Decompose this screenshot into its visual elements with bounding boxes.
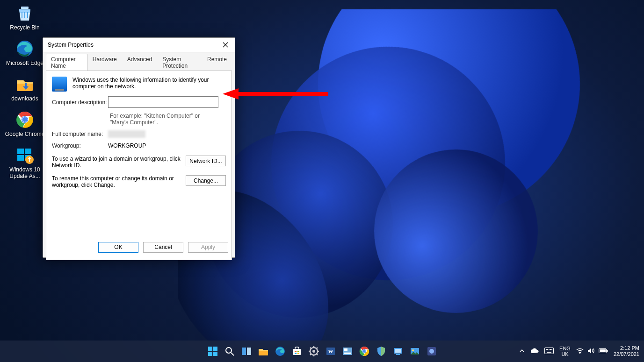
tray-battery[interactable]: [599, 348, 608, 355]
computer-description-hint: For example: "Kitchen Computer" or "Mary…: [110, 113, 217, 126]
app-icon: [427, 346, 437, 356]
edge-button[interactable]: [274, 345, 286, 357]
folder-icon: [15, 75, 34, 93]
edge-icon: [15, 39, 34, 58]
tab-system-protection[interactable]: System Protection: [157, 54, 202, 71]
folder-icon: [258, 346, 268, 356]
svg-point-52: [429, 349, 434, 354]
desktop-icon-chrome[interactable]: Google Chrome: [4, 110, 46, 137]
svg-rect-57: [550, 349, 551, 350]
store-icon: [292, 346, 302, 356]
info-text: Windows uses the following information t…: [72, 77, 226, 90]
lang-bottom: UK: [559, 351, 571, 357]
word-icon: W: [326, 346, 336, 356]
tray-onedrive[interactable]: [530, 348, 539, 355]
svg-point-16: [226, 348, 232, 353]
svg-point-27: [312, 350, 315, 353]
full-computer-name-value: [108, 130, 145, 138]
settings-button[interactable]: [308, 345, 320, 357]
apply-button[interactable]: Apply: [188, 242, 228, 253]
gear-icon: [309, 346, 319, 356]
news-icon: [342, 346, 353, 356]
chrome-button[interactable]: [358, 345, 370, 357]
svg-rect-48: [396, 354, 400, 355]
svg-rect-14: [208, 352, 212, 356]
svg-text:W: W: [328, 348, 333, 354]
svg-rect-13: [213, 347, 217, 351]
dialog-titlebar[interactable]: System Properties: [43, 38, 235, 52]
system-properties-dialog: System Properties Computer Name Hardware…: [43, 37, 235, 258]
keyboard-icon: [544, 348, 554, 354]
svg-rect-23: [297, 351, 299, 352]
svg-rect-53: [545, 348, 554, 354]
desktop-icon-recycle-bin[interactable]: Recycle Bin: [4, 4, 46, 31]
network-id-text: To use a wizard to join a domain or work…: [52, 156, 186, 169]
edge-icon: [275, 346, 285, 356]
svg-line-32: [310, 348, 311, 349]
tab-hardware[interactable]: Hardware: [87, 54, 122, 71]
svg-rect-8: [17, 155, 24, 161]
desktop-icon-label: Google Chrome: [4, 131, 46, 137]
network-id-button[interactable]: Network ID...: [186, 156, 226, 166]
tab-computer-name[interactable]: Computer Name: [46, 54, 87, 71]
desktop-icon-downloads[interactable]: downloads: [4, 75, 46, 102]
tray-clock[interactable]: 2:12 PM 22/07/2021: [614, 345, 639, 357]
taskbar-center: W: [207, 345, 438, 357]
svg-rect-19: [247, 348, 251, 355]
annotation-arrow: [223, 88, 330, 102]
security-button[interactable]: [375, 345, 387, 357]
dialog-tabs: Computer Name Hardware Advanced System P…: [43, 52, 235, 71]
tray-keyboard[interactable]: [544, 348, 554, 355]
svg-point-45: [363, 350, 366, 353]
tray-wifi[interactable]: [576, 348, 584, 355]
wifi-icon: [576, 348, 584, 354]
svg-rect-41: [344, 353, 351, 354]
desktop-icons: Recycle Bin Microsoft Edge downloads Goo…: [4, 4, 46, 188]
cancel-button[interactable]: Cancel: [143, 242, 183, 253]
chevron-up-icon: [519, 348, 525, 354]
svg-rect-40: [344, 352, 351, 353]
start-button[interactable]: [207, 345, 219, 357]
close-button[interactable]: [221, 40, 230, 50]
store-button[interactable]: [291, 345, 303, 357]
taskbar[interactable]: W ENG UK 2:12 PM 22/07/2021: [0, 341, 644, 362]
news-button[interactable]: [341, 345, 354, 357]
desktop-icon-edge[interactable]: Microsoft Edge: [4, 39, 46, 66]
desktop-icon-label: Recycle Bin: [4, 24, 46, 31]
change-button[interactable]: Change...: [186, 175, 226, 186]
svg-rect-0: [21, 7, 29, 9]
svg-rect-22: [295, 351, 297, 352]
computer-description-input[interactable]: [108, 96, 218, 108]
device-button[interactable]: [392, 345, 404, 357]
svg-rect-55: [547, 349, 548, 350]
search-button[interactable]: [224, 345, 236, 357]
svg-rect-58: [551, 349, 552, 350]
svg-line-35: [316, 348, 318, 349]
desktop-icon-update-assistant[interactable]: Windows 10 Update As...: [4, 146, 46, 179]
svg-rect-47: [395, 349, 401, 353]
svg-rect-25: [297, 353, 299, 354]
app-button[interactable]: [426, 345, 438, 357]
search-icon: [224, 346, 235, 356]
battery-icon: [599, 348, 608, 354]
tray-chevron-up[interactable]: [519, 348, 525, 355]
dialog-tab-body: Windows uses the following information t…: [46, 71, 232, 260]
tab-remote[interactable]: Remote: [202, 54, 232, 71]
word-button[interactable]: W: [325, 345, 337, 357]
workgroup-label: Workgroup:: [52, 142, 108, 149]
svg-rect-7: [25, 149, 31, 154]
svg-point-60: [579, 353, 580, 354]
photos-button[interactable]: [409, 345, 421, 357]
tray-language[interactable]: ENG UK: [559, 346, 571, 357]
svg-rect-6: [17, 149, 24, 154]
recycle-bin-icon: [15, 4, 34, 22]
ok-button[interactable]: OK: [98, 242, 138, 253]
svg-rect-39: [344, 348, 347, 351]
desktop-icon-label: Microsoft Edge: [4, 60, 46, 66]
task-view-button[interactable]: [240, 345, 253, 357]
tray-volume[interactable]: [587, 348, 595, 355]
tab-advanced[interactable]: Advanced: [122, 54, 157, 71]
explorer-button[interactable]: [257, 345, 269, 357]
clock-time: 2:12 PM: [614, 345, 639, 351]
svg-line-34: [310, 354, 311, 355]
